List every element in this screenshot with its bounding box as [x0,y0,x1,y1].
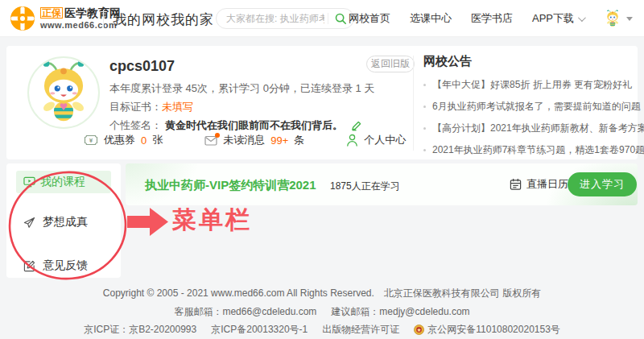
edit-signature-icon[interactable] [351,121,361,131]
person-icon [346,134,358,147]
publication-license[interactable]: 出版物经营许可证 [322,323,399,337]
menu-annotation-label: 菜单栏 [172,204,252,237]
footer-copyright: Copyright © 2005 - 2021 www.med66.com Al… [0,287,644,300]
bullet-dot [423,149,426,151]
feedback-icon [23,260,35,272]
target-certificate-value[interactable]: 未填写 [162,101,193,113]
back-to-old-version-button[interactable]: 返回旧版 [366,56,415,72]
bullet-dot [423,127,426,130]
learners-count: 1875人正在学习 [330,180,400,193]
sidebar-item-feedback[interactable]: 意见反馈 [23,258,88,273]
nav-course-select[interactable]: 选课中心 [410,11,452,26]
nav-app-download[interactable]: APP下载 [532,11,584,26]
signature-row: 个性签名：黄金时代在我们眼前而不在我们背后。 [109,118,361,133]
footer-contacts: 客服邮箱：med66@cdeledu.com建议邮箱：medjy@cdeledu… [0,305,644,319]
header-divider [103,10,104,27]
search-separator [328,13,328,24]
brand-logo[interactable]: 正保 医学教育网 www.med66.com [10,6,121,31]
enter-learning-button[interactable]: 进入学习 [568,172,637,196]
avatar[interactable] [27,56,100,129]
page-title: 我的网校我的家 [113,10,214,29]
announcement-item[interactable]: 6月执业药师考试就报名了，需要提前知道的问题！ [423,96,631,118]
chevron-down-icon [578,14,586,22]
search-icon[interactable] [334,12,347,25]
announcements-title[interactable]: 网校公告 [423,54,631,69]
profile-center-link[interactable]: 个人中心 [346,133,406,147]
icp-record[interactable]: 京ICP备20013320号-1 [211,323,308,337]
announcement-item[interactable]: 2021年执业药师7科章节练习题，精选1套卷970题！ [423,139,631,161]
bullet-dot [423,84,426,86]
announcement-item[interactable]: 【高分计划】2021年执业药师新教材、新备考方案！ [423,118,631,139]
annotation-arrow-icon [127,208,168,236]
card-divider [413,56,414,151]
course-banner: 执业中药师-VIP签约特训营2021 1875人正在学习 直播日历 进入学习 [126,163,638,205]
message-count: 99+ [270,134,288,147]
avatar[interactable] [603,9,622,28]
calendar-icon [510,178,522,191]
coupon-icon: ¥ [84,134,98,146]
target-certificate-row: 目标证书：未填写 [109,100,193,114]
sidebar-item-my-courses[interactable]: 我的课程 [16,171,111,193]
announcements-panel: 网校公告 【年中大促】好课85折 折上用券 更有宠粉好礼 6月执业药师考试就报名… [423,54,631,161]
top-header: 正保 医学教育网 www.med66.com 我的网校我的家 网校首页 选课中心… [0,0,644,37]
brand-name-highlight: 正保 [40,7,63,19]
quick-links-row: ¥ 优惠券 0 张 未读消息 99+ 条 个人中心 [84,133,406,147]
announcement-item[interactable]: 【年中大促】好课85折 折上用券 更有宠粉好礼 [423,74,631,96]
live-calendar-link[interactable]: 直播日历 [510,177,568,192]
user-profile-card: cpcs0107 本年度累计登录 45次，累计学习 0分钟，已连续登录 1 天 … [6,46,638,159]
svg-text:¥: ¥ [89,137,93,144]
search-box[interactable] [216,8,354,29]
suggest-email-link[interactable]: medjy@cdeledu.com [379,306,469,317]
coupon-count: 0 [141,134,147,147]
login-stats: 本年度累计登录 45次，累计学习 0分钟，已连续登录 1 天 [109,81,374,96]
bullet-dot [423,105,426,108]
search-input[interactable] [226,13,324,24]
paper-plane-icon [23,217,35,229]
footer-licenses: 京ICP证：京B2-20200993 京ICP备20013320号-1 出版物经… [0,323,644,337]
security-record-link[interactable]: 京公网安备11010802020153号 [414,323,560,337]
main-nav: 网校首页 选课中心 医学书店 APP下载 [349,0,633,37]
user-avatar-menu[interactable] [603,9,633,28]
brand-domain: www.med66.com [40,21,121,30]
nav-home[interactable]: 网校首页 [349,11,390,26]
username: cpcs0107 [109,58,175,75]
course-title[interactable]: 执业中药师-VIP签约特训营2021 [145,178,316,193]
my-courses-icon [23,176,35,188]
service-email-link[interactable]: med66@cdeledu.com [222,306,316,317]
icp-cert[interactable]: 京ICP证：京B2-20200993 [84,323,196,337]
signature-text: 黄金时代在我们眼前而不在我们背后。 [165,118,343,133]
nav-bookstore[interactable]: 医学书店 [471,11,513,26]
med66-logo-icon [10,6,35,31]
sidebar-item-dream-come-true[interactable]: 梦想成真 [23,215,88,229]
caret-down-icon [626,17,633,21]
coupons-link[interactable]: ¥ 优惠券 0 张 [84,133,163,147]
police-badge-icon [414,325,424,335]
messages-link[interactable]: 未读消息 99+ 条 [204,133,304,147]
sidebar-menu: 我的课程 梦想成真 意见反馈 [6,163,121,278]
unread-dot [215,133,220,138]
